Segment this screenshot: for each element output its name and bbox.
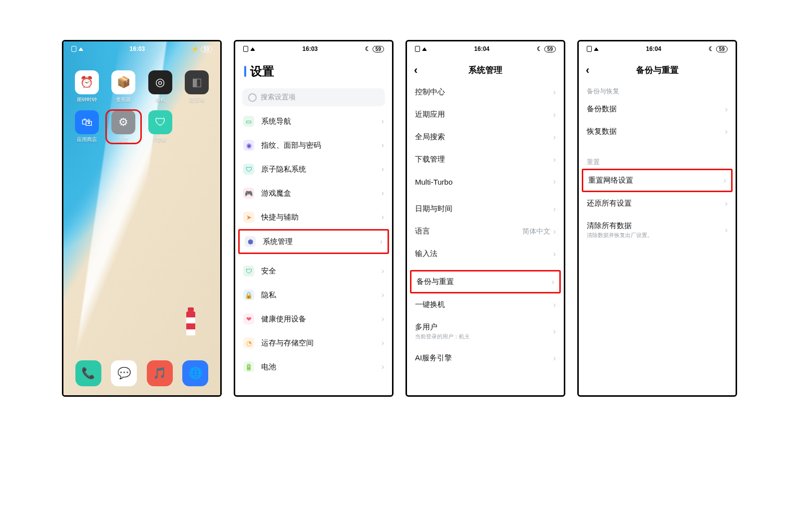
app-store[interactable]: 🛍应用商店 [69,110,104,143]
dock-browser[interactable]: 🌐 [182,360,208,386]
chevron-right-icon: › [725,105,728,114]
status-bar: 16:03 ☾59 [235,41,392,52]
chevron-right-icon: › [382,362,384,371]
row-language[interactable]: 语言简体中文› [407,220,564,243]
row-ai-engine[interactable]: AI服务引擎› [407,347,564,369]
section-backup: 备份与恢复 [579,81,736,98]
chevron-right-icon: › [382,314,384,323]
sim-icon [587,46,592,52]
dock-phone[interactable]: 📞 [75,360,101,386]
header: ‹ 备份与重置 [579,52,736,81]
row-phone-clone[interactable]: 一键换机› [407,293,564,316]
battery-icon: 59 [544,46,556,52]
row-recent-apps[interactable]: 近期应用› [407,103,564,126]
row-reset-network[interactable]: 重置网络设置› [582,169,733,192]
row-global-search[interactable]: 全局搜索› [407,126,564,148]
chevron-right-icon: › [382,290,384,299]
sim-icon [243,46,248,52]
status-bar: 16:03 ⚡59 [63,41,220,52]
nav-icon: ▭ [243,116,254,127]
battery-icon: 59 [201,46,212,52]
row-backup-reset[interactable]: 备份与重置› [410,270,561,293]
chevron-right-icon: › [553,327,556,336]
chevron-right-icon: › [553,177,556,186]
row-battery[interactable]: 🔋电池› [235,355,392,379]
screenshot-settings: 16:03 ☾59 设置 搜索设置项 ▭系统导航› ◉指纹、面部与密码› 🛡原子… [234,40,394,397]
row-atom-privacy[interactable]: 🛡原子隐私系统› [235,157,392,181]
chevron-right-icon: › [552,277,554,286]
gear-hex-icon: ⬢ [245,236,256,247]
chevron-right-icon: › [553,354,556,363]
screenshot-system-management: 16:04 ☾59 ‹ 系统管理 控制中心› 近期应用› 全局搜索› 下载管理›… [405,40,565,397]
wifi-icon [594,45,599,52]
page-title: 系统管理 [468,64,502,76]
row-restore-data[interactable]: 恢复数据› [579,120,736,143]
chevron-right-icon: › [725,226,728,235]
row-erase-all[interactable]: 清除所有数据清除数据并恢复出厂设置。› [579,215,736,246]
chevron-right-icon: › [553,227,556,236]
chevron-right-icon: › [725,127,728,136]
chevron-right-icon: › [553,155,556,164]
battery-icon: 🔋 [243,361,254,372]
shield-icon: 🛡 [243,266,254,276]
row-system-navigation[interactable]: ▭系统导航› [235,109,392,133]
row-backup-data[interactable]: 备份数据› [579,98,736,120]
status-time: 16:04 [474,45,490,52]
sim-icon [415,46,420,52]
storage-icon: ◔ [243,337,254,348]
row-multi-user[interactable]: 多用户当前登录的用户：机主› [407,316,564,347]
heart-icon: ❤ [243,313,254,324]
row-reset-all-settings[interactable]: 还原所有设置› [579,192,736,215]
chevron-right-icon: › [725,199,728,208]
chevron-right-icon: › [382,338,384,347]
row-game-box[interactable]: 🎮游戏魔盒› [235,181,392,205]
chevron-right-icon: › [382,165,384,174]
row-control-center[interactable]: 控制中心› [407,81,564,103]
app-settings[interactable]: ⚙设置 [106,110,141,143]
page-title: 备份与重置 [636,64,679,76]
row-shortcuts[interactable]: ➤快捷与辅助› [235,205,392,229]
search-input[interactable]: 搜索设置项 [242,88,385,106]
section-reset: 重置 [579,152,736,169]
row-privacy[interactable]: 🔒隐私› [235,283,392,307]
row-date-time[interactable]: 日期与时间› [407,198,564,220]
battery-icon: 59 [373,46,384,52]
shield-icon: 🛡 [243,164,254,175]
app-camera[interactable]: ◎相机 [143,70,178,103]
row-system-management[interactable]: ⬢系统管理› [238,229,389,254]
dock: 📞 💬 🎵 🌐 [63,360,220,386]
status-bar: 16:04 ☾59 [579,41,736,52]
row-security[interactable]: 🛡安全› [235,259,392,283]
dock-messages[interactable]: 💬 [111,360,137,386]
row-wellbeing[interactable]: ❤健康使用设备› [235,307,392,331]
lock-icon: 🔒 [243,289,254,300]
app-interact[interactable]: ◧交互动 [180,70,215,103]
chevron-right-icon: › [553,133,556,142]
page-title: 设置 [235,52,392,84]
row-multi-turbo[interactable]: Multi-Turbo› [407,171,564,193]
gamepad-icon: 🎮 [243,188,254,199]
row-storage[interactable]: ◔运存与存储空间› [235,331,392,355]
wifi-icon [250,45,255,52]
bolt-icon: ➤ [243,212,254,223]
dock-music[interactable]: 🎵 [147,360,173,386]
row-input-method[interactable]: 输入法› [407,243,564,265]
chevron-right-icon: › [553,88,556,97]
chevron-right-icon: › [382,189,384,198]
back-button[interactable]: ‹ [414,64,417,77]
status-time: 16:03 [303,45,318,52]
app-alarmclock[interactable]: ⏰闹钟时钟 [69,70,104,103]
chevron-right-icon: › [724,176,726,185]
row-biometrics[interactable]: ◉指纹、面部与密码› [235,133,392,157]
chevron-right-icon: › [553,205,556,214]
fingerprint-icon: ◉ [243,140,254,151]
chevron-right-icon: › [382,141,384,150]
status-time: 16:04 [646,45,662,52]
back-button[interactable]: ‹ [586,64,589,77]
screenshot-backup-reset: 16:04 ☾59 ‹ 备份与重置 备份与恢复 备份数据› 恢复数据› 重置 重… [577,40,737,397]
app-imanager[interactable]: 🛡i 管家 [143,110,178,143]
row-download-mgr[interactable]: 下载管理› [407,148,564,171]
chevron-right-icon: › [382,117,384,126]
app-transformer[interactable]: 📦变形器 [106,70,141,103]
app-grid: ⏰闹钟时钟 📦变形器 ◎相机 ◧交互动 🛍应用商店 ⚙设置 🛡i 管家 [63,52,220,143]
